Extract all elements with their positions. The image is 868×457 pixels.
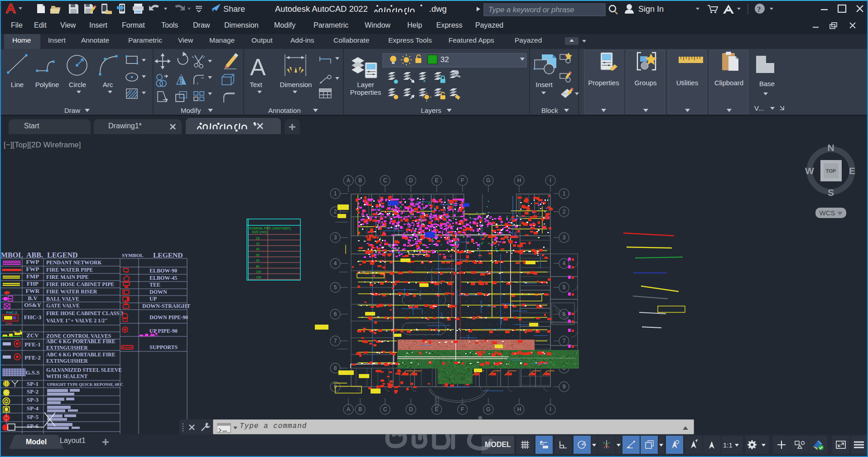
svg-text:C: C [383,406,387,413]
svg-text:SYMBOL: SYMBOL [122,253,144,258]
svg-text:WCS: WCS [820,209,835,217]
svg-text:SP-6: SP-6 [27,423,39,429]
svg-text:SP-4: SP-4 [27,405,39,412]
svg-text:SP-5: SP-5 [27,413,39,420]
svg-text:OS&Y: OS&Y [24,301,41,308]
svg-text:FIRE MAIN PIPE: FIRE MAIN PIPE [46,274,89,280]
svg-text:H: H [517,177,521,184]
svg-text:LEGEND: LEGEND [153,251,183,259]
svg-text:A: A [347,177,350,184]
svg-text:100: 100 [256,270,261,273]
svg-text:EXTINGUISHER: EXTINGUISHER [46,345,88,351]
svg-text:TEE: TEE [149,282,160,288]
svg-text:5: 5 [334,284,337,291]
svg-text:Type a keyword or phrase: Type a keyword or phrase [488,5,574,14]
svg-text:7: 7 [334,338,337,344]
svg-text:1:1: 1:1 [723,441,733,449]
svg-text:FIRE WATER PIPE: FIRE WATER PIPE [46,267,93,273]
svg-text:2: 2 [563,209,566,215]
svg-text:ELBOW-45: ELBOW-45 [149,275,177,281]
svg-text:B.V: B.V [28,295,38,301]
svg-text:ABC 6 KG PORTABLE FIRE: ABC 6 KG PORTABLE FIRE [46,338,116,345]
svg-text:E: E [435,177,439,184]
svg-text:FHP: FHP [27,280,39,287]
svg-text:DHd: DHd [5,322,12,325]
svg-text:E: E [849,165,855,176]
svg-text:7: 7 [563,338,566,344]
svg-text:150: 150 [256,276,261,279]
svg-text:D: D [409,177,413,184]
svg-text:Sign In: Sign In [638,5,664,14]
svg-text:65: 65 [256,259,260,262]
svg-text:SP-2: SP-2 [27,388,39,395]
svg-text:B: B [358,406,362,413]
svg-text:Share: Share [223,5,245,14]
svg-text:8: 8 [334,365,337,371]
svg-text:EXTINGUISHER: EXTINGUISHER [46,358,88,364]
svg-text:S: S [828,187,834,198]
svg-text:FHC-3: FHC-3 [6,311,17,315]
svg-text:.dwg: .dwg [429,4,447,14]
svg-text:PENDANT NETWORK: PENDANT NETWORK [46,259,102,266]
svg-text:DOWN-STRAIGHT: DOWN-STRAIGHT [142,303,190,309]
svg-text:FHC-3: FHC-3 [24,314,42,321]
svg-text:6: 6 [334,311,337,317]
svg-text:2: 2 [334,209,337,215]
svg-text:FIRE HOSE CABINET CLASS 3: FIRE HOSE CABINET CLASS 3 [46,310,123,316]
svg-text:G: G [486,177,490,184]
svg-text:FWR: FWR [26,287,40,294]
svg-text:I: I [550,406,551,413]
svg-text:GATE VALVE: GATE VALVE [46,302,80,309]
svg-text:UP: UP [149,296,157,302]
svg-text:H: H [517,406,521,413]
svg-text:WITH SEALENT: WITH SEALENT [46,373,88,379]
svg-text:VALVE 1"+ VALVE 2 1/2": VALVE 1"+ VALVE 2 1/2" [46,317,108,324]
svg-text:W: W [805,165,814,176]
svg-text:4: 4 [334,260,337,267]
svg-text:SP-1: SP-1 [27,380,39,387]
svg-text:F: F [461,177,464,184]
svg-text:ABC 6 KG PORTABLE FIRE: ABC 6 KG PORTABLE FIRE [46,351,116,358]
svg-text:1: 1 [563,190,566,197]
svg-text:1: 1 [334,190,337,197]
svg-text:Base: Base [759,80,775,88]
svg-text:PFE-1: PFE-1 [24,341,40,348]
svg-text:?: ? [757,5,761,14]
svg-text:DOWN PIPE-90: DOWN PIPE-90 [149,314,188,321]
svg-text:DOWN: DOWN [149,289,167,295]
svg-text:PFE-2: PFE-2 [24,354,40,361]
svg-text:G.S.S: G.S.S [25,369,39,376]
svg-text:5: 5 [563,284,566,291]
svg-text:ABB.: ABB. [26,251,43,259]
svg-text:9: 9 [563,384,566,390]
svg-text:3: 3 [334,234,337,241]
svg-text:FWP: FWP [26,266,39,272]
svg-text:SUPPORTS: SUPPORTS [149,344,178,350]
svg-text:LENGTH(MT): LENGTH(MT) [272,227,291,230]
svg-text:SP-3: SP-3 [27,396,39,403]
svg-text:LEGEND: LEGEND [47,251,78,259]
svg-text:A: A [347,406,350,413]
svg-text:50: 50 [256,253,260,257]
svg-text:ELBOW-90: ELBOW-90 [149,267,177,274]
svg-text:NOMINAL PIPE: NOMINAL PIPE [249,227,271,230]
svg-text:G: G [486,406,490,413]
svg-text:F: F [461,406,464,413]
svg-text:SIZE (mm): SIZE (mm) [252,230,267,234]
svg-text:Autodesk AutoCAD 2022: Autodesk AutoCAD 2022 [275,4,368,14]
svg-text:C: C [383,177,387,184]
svg-text:I: I [550,177,551,184]
svg-text:40: 40 [256,248,260,251]
svg-text:E: E [435,406,439,413]
svg-text:MBOL: MBOL [1,251,23,259]
svg-text:GALVANIZED STEEL SLEEVE: GALVANIZED STEEL SLEEVE [46,367,122,373]
svg-text:N: N [827,142,834,153]
svg-text:UP PIPE-90: UP PIPE-90 [149,328,178,334]
svg-text:Model: Model [26,438,47,446]
svg-text:3: 3 [563,234,566,241]
svg-text:FIRE HOSE CABINET PIPE: FIRE HOSE CABINET PIPE [46,281,114,287]
svg-text:BALL VALVE: BALL VALVE [46,296,79,302]
svg-text:V...: V... [754,104,764,112]
svg-text:D: D [409,406,413,413]
svg-text:32: 32 [256,242,260,245]
